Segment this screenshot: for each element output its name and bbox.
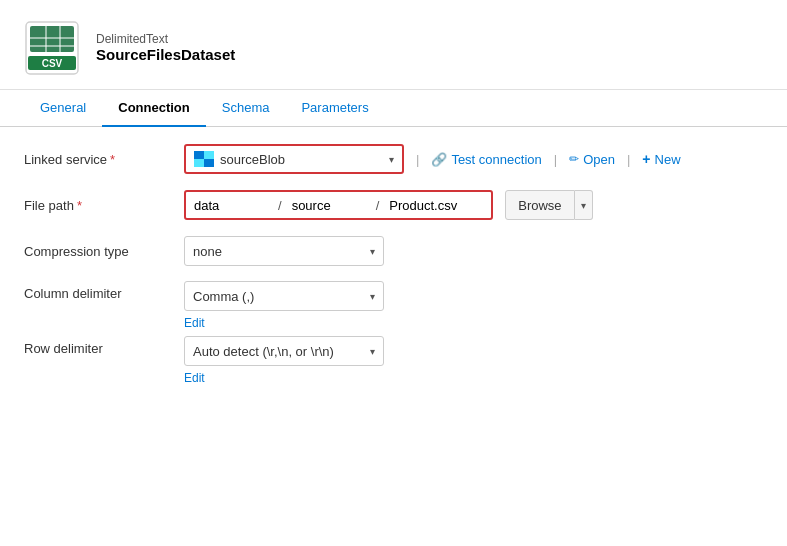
separator-1: | [416,152,419,167]
path-sep-1: / [276,198,284,213]
row-delimiter-edit-link[interactable]: Edit [184,371,384,385]
column-delimiter-value: Comma (,) [193,289,366,304]
separator-2: | [554,152,557,167]
file-path-controls: / / Browse ▾ [184,190,763,220]
compression-type-dropdown[interactable]: none ▾ [184,236,384,266]
file-path-label: File path * [24,198,184,213]
file-path-segment3[interactable] [381,192,491,218]
row-delimiter-controls: Auto detect (\r,\n, or \r\n) ▾ Edit [184,336,384,385]
compression-chevron-icon: ▾ [370,246,375,257]
row-delimiter-label: Row delimiter [24,336,184,356]
separator-3: | [627,152,630,167]
plus-icon: + [642,151,650,167]
linked-service-row: Linked service * sourceBlob ▾ [24,143,763,175]
page-container: CSV DelimitedText SourceFilesDataset Gen… [0,0,787,546]
column-delimiter-chevron-icon: ▾ [370,291,375,302]
pencil-icon: ✏ [569,152,579,166]
compression-type-row: Compression type none ▾ [24,235,763,267]
svg-rect-9 [204,151,214,159]
svg-rect-10 [194,159,204,167]
file-path-segment2[interactable] [284,192,374,218]
required-star-linked: * [110,152,115,167]
tab-general[interactable]: General [24,90,102,127]
file-path-container: / / [184,190,493,220]
tabs-bar: General Connection Schema Parameters [0,90,787,127]
linked-service-chevron: ▾ [389,154,394,165]
chain-icon: 🔗 [431,152,447,167]
row-delimiter-dropdown[interactable]: Auto detect (\r,\n, or \r\n) ▾ [184,336,384,366]
browse-button[interactable]: Browse [505,190,574,220]
browse-dropdown-button[interactable]: ▾ [575,190,593,220]
header-name: SourceFilesDataset [96,46,235,63]
svg-rect-8 [194,151,204,159]
csv-icon: CSV [24,20,80,76]
compression-controls: none ▾ [184,236,763,266]
browse-chevron-icon: ▾ [581,200,586,211]
row-delimiter-chevron-icon: ▾ [370,346,375,357]
path-sep-2: / [374,198,382,213]
compression-type-label: Compression type [24,244,184,259]
file-path-row: File path * / / Browse ▾ [24,189,763,221]
row-delimiter-value: Auto detect (\r,\n, or \r\n) [193,344,366,359]
header-type: DelimitedText [96,32,235,46]
svg-rect-1 [30,26,74,52]
compression-type-value: none [193,244,366,259]
open-link[interactable]: ✏ Open [569,152,615,167]
required-star-filepath: * [77,198,82,213]
column-delimiter-dropdown[interactable]: Comma (,) ▾ [184,281,384,311]
linked-service-controls: sourceBlob ▾ | 🔗 Test connection | ✏ Ope… [184,144,763,174]
linked-service-value: sourceBlob [220,152,383,167]
svg-rect-11 [204,159,214,167]
header: CSV DelimitedText SourceFilesDataset [0,0,787,90]
column-delimiter-edit-link[interactable]: Edit [184,316,384,330]
tab-parameters[interactable]: Parameters [285,90,384,127]
test-connection-link[interactable]: 🔗 Test connection [431,152,541,167]
linked-service-dropdown[interactable]: sourceBlob ▾ [184,144,404,174]
column-delimiter-label: Column delimiter [24,281,184,301]
linked-service-label: Linked service * [24,152,184,167]
svg-text:CSV: CSV [42,58,63,69]
content-area: Linked service * sourceBlob ▾ [0,127,787,546]
blob-storage-icon [194,151,214,167]
row-delimiter-row: Row delimiter Auto detect (\r,\n, or \r\… [24,336,763,385]
new-link[interactable]: + New [642,151,680,167]
column-delimiter-row: Column delimiter Comma (,) ▾ Edit [24,281,763,330]
tab-connection[interactable]: Connection [102,90,206,127]
header-text: DelimitedText SourceFilesDataset [96,32,235,63]
tab-schema[interactable]: Schema [206,90,286,127]
browse-btn-group: Browse ▾ [505,190,592,220]
column-delimiter-controls: Comma (,) ▾ Edit [184,281,384,330]
file-path-segment1[interactable] [186,192,276,218]
